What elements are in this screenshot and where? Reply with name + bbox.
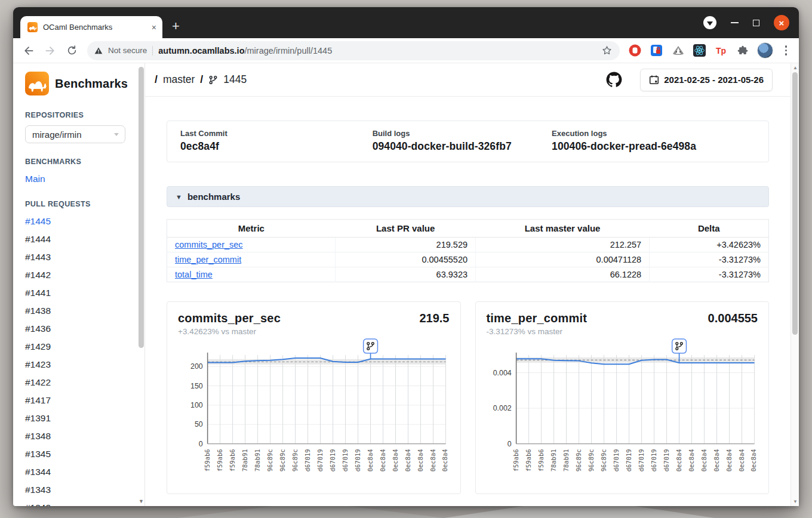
pull-request-item: #1438 <box>25 302 134 320</box>
scroll-down-icon[interactable]: ▼ <box>791 499 799 504</box>
summary-label: Build logs <box>373 129 552 138</box>
pull-request-item: #1436 <box>25 320 134 338</box>
pull-request-item: #1417 <box>25 391 134 409</box>
col-header-last-pr: Last PR value <box>336 220 476 238</box>
y-tick-label: 0.002 <box>493 404 511 412</box>
maximize-button[interactable] <box>753 20 759 26</box>
sidebar-item-pr-1423[interactable]: #1423 <box>25 359 51 369</box>
page-scrollbar-thumb[interactable] <box>792 72 798 335</box>
date-range-picker[interactable]: 2021-02-25 - 2021-05-26 <box>640 69 773 91</box>
sidebar-item-pr-1343[interactable]: #1343 <box>25 485 51 495</box>
back-button[interactable] <box>19 41 38 60</box>
reload-button[interactable] <box>62 41 81 60</box>
url-text[interactable]: autumn.ocamllabs.io/mirage/irmin/pull/14… <box>158 46 595 56</box>
sidebar-scroll-down-icon[interactable]: ▼ <box>139 498 144 504</box>
omnibox-divider <box>152 46 153 56</box>
summary-value: 100406-docker-pread-6e498a <box>552 140 744 153</box>
minimize-button[interactable] <box>731 22 739 23</box>
extensions-puzzle-icon[interactable] <box>736 44 750 58</box>
sidebar-item-pr-1391[interactable]: #1391 <box>25 413 51 423</box>
last-master-value-cell: 212.257 <box>476 238 650 252</box>
bookmark-star-icon[interactable] <box>601 45 613 56</box>
sidebar-scrollbar-thumb[interactable] <box>139 67 144 348</box>
sidebar-item-pr-1436[interactable]: #1436 <box>25 323 51 334</box>
x-tick-label: d67019 <box>637 449 644 472</box>
breadcrumb-pr-number[interactable]: 1445 <box>223 73 247 86</box>
tab-search-button[interactable] <box>703 16 716 29</box>
sidebar-scrollbar[interactable]: ▼ <box>139 66 144 498</box>
repository-select[interactable]: mirage/irmin <box>25 125 125 143</box>
x-tick-label: 0ec8a4 <box>442 449 449 472</box>
sidebar-item-pr-1342[interactable]: #1342 <box>25 502 51 506</box>
calendar-icon <box>649 75 659 85</box>
benchmarks-collapse-header[interactable]: ▼ benchmarks <box>167 186 769 207</box>
pull-request-item: #1429 <box>25 338 134 356</box>
sidebar-item-main[interactable]: Main <box>25 174 45 184</box>
pull-request-item: #1445 <box>25 212 134 230</box>
metric-link-time_per_commit[interactable]: time_per_commit <box>175 255 241 264</box>
sidebar-item-pr-1445[interactable]: #1445 <box>25 216 51 226</box>
brand[interactable]: Benchmarks <box>25 72 134 95</box>
extension-badger-icon[interactable] <box>671 44 685 58</box>
metrics-table: Metric Last PR value Last master value D… <box>167 219 769 282</box>
page-scrollbar[interactable]: ▲ ▼ <box>791 63 799 506</box>
not-secure-label[interactable]: Not secure <box>108 46 147 55</box>
collapse-triangle-icon: ▼ <box>176 193 182 201</box>
extension-react-devtools-icon[interactable] <box>693 44 707 58</box>
extension-red-circle-icon[interactable] <box>628 44 642 58</box>
last-pr-value-cell: 219.529 <box>336 238 476 252</box>
x-tick-label: d67019 <box>612 449 619 472</box>
sidebar-item-pr-1345[interactable]: #1345 <box>25 449 51 459</box>
browser-menu-kebab-icon[interactable] <box>780 43 792 58</box>
y-tick-label: 0 <box>507 440 511 448</box>
x-tick-label: f59ab6 <box>537 449 544 472</box>
browser-tab[interactable]: OCaml Benchmarks × <box>20 16 162 38</box>
profile-avatar[interactable] <box>757 42 773 58</box>
chart-plot[interactable]: 050100150200f59ab6f59ab6f59ab678ab9178ab… <box>178 338 450 489</box>
not-secure-warning-icon[interactable] <box>94 47 103 55</box>
metric-link-total_time[interactable]: total_time <box>175 270 213 279</box>
sidebar-item-pr-1429[interactable]: #1429 <box>25 341 51 352</box>
x-tick-label: f59ab6 <box>524 449 531 472</box>
extension-tp-icon[interactable]: Tp <box>714 44 728 58</box>
x-tick-label: f59ab6 <box>229 449 236 472</box>
x-tick-label: 96c89c <box>599 449 607 472</box>
chart-plot[interactable]: 00.0020.004f59ab6f59ab6f59ab678ab9178ab9… <box>487 338 758 489</box>
breadcrumb-slash: / <box>200 73 203 86</box>
table-row: commits_per_sec219.529212.257+3.42623% <box>167 238 769 252</box>
extension-blue-lock-icon[interactable] <box>650 44 664 58</box>
chart-card-time-per-commit: time_per_commit 0.004555 -3.31273% vs ma… <box>475 301 770 494</box>
sidebar-item-pr-1422[interactable]: #1422 <box>25 377 51 387</box>
sidebar-item-pr-1442[interactable]: #1442 <box>25 270 51 280</box>
metric-link-commits_per_sec[interactable]: commits_per_sec <box>175 240 243 249</box>
breadcrumb-slash: / <box>155 73 158 86</box>
brand-name: Benchmarks <box>55 77 128 91</box>
x-tick-label: 96c89c <box>574 449 582 472</box>
forward-button[interactable] <box>41 41 60 60</box>
sidebar-item-pr-1443[interactable]: #1443 <box>25 252 51 262</box>
delta-cell: -3.31273% <box>650 252 769 267</box>
charts-row: commits_per_sec 219.5 +3.42623% vs maste… <box>167 301 769 494</box>
metric-cell: total_time <box>167 267 336 282</box>
new-tab-button[interactable]: + <box>172 20 180 33</box>
x-tick-label: 0ec8a4 <box>687 449 694 472</box>
breadcrumb-branch[interactable]: master <box>163 73 195 86</box>
sidebar-item-pr-1444[interactable]: #1444 <box>25 234 51 244</box>
merge-commit-marker[interactable] <box>364 339 378 359</box>
chart-current-value: 0.004555 <box>708 312 758 325</box>
sidebar-item-pr-1417[interactable]: #1417 <box>25 395 51 405</box>
y-tick-label: 0.004 <box>493 369 511 377</box>
sidebar-item-pr-1441[interactable]: #1441 <box>25 288 51 298</box>
summary-value: 0ec8a4f <box>180 140 373 153</box>
sidebar-item-pr-1438[interactable]: #1438 <box>25 306 51 316</box>
address-bar[interactable]: Not secure autumn.ocamllabs.io/mirage/ir… <box>87 41 620 60</box>
x-tick-label: 0ec8a4 <box>675 449 682 472</box>
sidebar-item-pr-1348[interactable]: #1348 <box>25 431 51 441</box>
scroll-up-icon[interactable]: ▲ <box>791 65 799 70</box>
github-icon[interactable] <box>606 72 622 88</box>
main-scroll-area: Last Commit 0ec8a4f Build logs 094040-do… <box>145 97 791 506</box>
page-content: Benchmarks REPOSITORIES mirage/irmin BEN… <box>13 63 799 506</box>
sidebar-item-pr-1344[interactable]: #1344 <box>25 467 51 477</box>
tab-close-icon[interactable]: × <box>152 23 156 32</box>
close-window-button[interactable]: × <box>774 15 789 30</box>
